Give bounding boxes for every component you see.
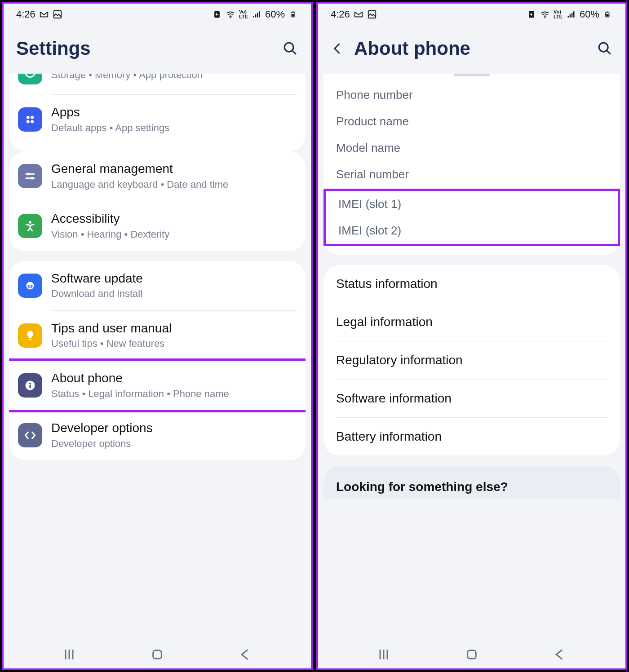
info-product-name[interactable]: Product name (323, 108, 620, 135)
accessibility-icon (18, 214, 42, 238)
info-phone-number[interactable]: Phone number (323, 82, 620, 108)
svg-point-7 (26, 74, 35, 77)
row-title: General management (51, 161, 297, 177)
row-subtitle: Storage • Memory • App protection (51, 74, 297, 81)
info-icon (18, 373, 42, 398)
status-time: 4:26 (331, 9, 350, 20)
svg-rect-28 (468, 650, 476, 659)
about-content[interactable]: Phone number Product name Model name Ser… (318, 74, 625, 641)
svg-point-2 (230, 17, 231, 18)
tip-icon (18, 323, 42, 348)
item-legal-information[interactable]: Legal information (323, 303, 620, 341)
settings-item-accessibility[interactable]: Accessibility Vision • Hearing • Dexteri… (9, 201, 306, 251)
update-icon (18, 274, 42, 298)
svg-point-6 (284, 43, 293, 52)
volte-icon: Vo)LTE (239, 9, 248, 19)
sliders-icon (18, 164, 42, 188)
svg-point-11 (27, 120, 30, 123)
home-button[interactable] (463, 645, 481, 663)
apps-icon (18, 107, 42, 132)
svg-rect-16 (29, 339, 31, 340)
page-title: Settings (16, 38, 282, 59)
info-imei-slot1[interactable]: IMEI (slot 1) (326, 191, 618, 217)
settings-item-about-phone[interactable]: About phone Status • Legal information •… (9, 361, 306, 410)
battery-text: 60% (580, 9, 599, 20)
row-title: Tips and user manual (51, 321, 297, 336)
svg-point-9 (27, 116, 30, 119)
row-subtitle: Language and keyboard • Date and time (51, 178, 297, 191)
settings-list[interactable]: Storage • Memory • App protection Apps D… (4, 74, 311, 641)
row-subtitle: Vision • Hearing • Dexterity (51, 228, 297, 241)
svg-point-8 (29, 74, 32, 74)
svg-point-27 (599, 43, 608, 52)
svg-point-14 (31, 177, 34, 180)
item-regulatory-information[interactable]: Regulatory information (323, 341, 620, 379)
phone-screen-settings: 4:26 Vo)LTE 60% Setti (2, 2, 313, 670)
gmail-icon (354, 9, 363, 19)
row-title: About phone (51, 371, 297, 386)
signal-icon (566, 9, 576, 19)
info-imei-slot2[interactable]: IMEI (slot 2) (326, 217, 618, 244)
about-list: Status information Legal information Reg… (323, 265, 620, 455)
back-chevron-button[interactable] (331, 42, 347, 55)
dev-icon (18, 423, 42, 447)
row-subtitle: Download and install (51, 287, 297, 301)
looking-for-something-else[interactable]: Looking for something else? (323, 466, 620, 499)
svg-point-15 (29, 221, 31, 224)
row-subtitle: Default apps • App settings (51, 122, 297, 135)
battery-icon (603, 9, 613, 19)
svg-point-23 (545, 17, 546, 18)
battery-saver-icon (527, 9, 536, 19)
back-button[interactable] (236, 645, 254, 663)
signal-icon (252, 9, 261, 19)
svg-rect-5 (292, 14, 294, 16)
battery-text: 60% (265, 9, 285, 20)
item-status-information[interactable]: Status information (323, 265, 620, 303)
status-time: 4:26 (16, 9, 35, 20)
nav-bar (318, 641, 625, 668)
device-care-icon (18, 74, 42, 84)
settings-item-tips[interactable]: Tips and user manual Useful tips • New f… (9, 311, 306, 360)
item-software-information[interactable]: Software information (323, 380, 620, 417)
svg-rect-4 (292, 12, 294, 13)
bottom-sheet-grabber[interactable] (454, 74, 490, 76)
info-serial-number[interactable]: Serial number (323, 161, 620, 188)
settings-item-general-management[interactable]: General management Language and keyboard… (9, 151, 306, 201)
row-subtitle: Status • Legal information • Phone name (51, 388, 297, 401)
battery-saver-icon (212, 9, 222, 19)
row-subtitle: Useful tips • New features (51, 337, 297, 350)
svg-rect-19 (29, 385, 31, 388)
status-bar: 4:26 Vo)LTE 60% (4, 4, 311, 25)
back-button[interactable] (551, 645, 569, 663)
recents-button[interactable] (60, 645, 78, 663)
nav-bar (4, 641, 311, 668)
home-button[interactable] (148, 645, 166, 663)
svg-point-12 (31, 120, 34, 123)
header: Settings (4, 25, 311, 74)
search-button[interactable] (282, 41, 298, 56)
settings-item-apps[interactable]: Apps Default apps • App settings (9, 95, 306, 144)
svg-rect-26 (606, 14, 609, 16)
wifi-icon (540, 9, 550, 19)
row-title: Developer options (51, 420, 297, 436)
row-subtitle: Developer options (51, 438, 297, 451)
volte-icon: Vo)LTE (554, 9, 563, 19)
row-title: Accessibility (51, 211, 297, 226)
item-battery-information[interactable]: Battery information (323, 418, 620, 455)
svg-rect-25 (607, 12, 608, 13)
settings-item-developer-options[interactable]: Developer options Developer options (9, 411, 306, 460)
info-model-name[interactable]: Model name (323, 135, 620, 161)
settings-item-software-update[interactable]: Software update Download and install (9, 261, 306, 310)
phone-screen-about: 4:26 Vo)LTE 60% (316, 2, 627, 670)
gallery-icon (53, 9, 62, 19)
svg-point-18 (29, 382, 31, 384)
recents-button[interactable] (375, 645, 393, 663)
svg-rect-20 (153, 650, 162, 659)
battery-icon (288, 9, 298, 19)
wifi-icon (226, 9, 235, 19)
page-title: About phone (354, 38, 597, 59)
search-button[interactable] (597, 41, 613, 56)
svg-point-13 (27, 173, 30, 176)
row-title: Apps (51, 105, 297, 120)
gallery-icon (367, 9, 377, 19)
